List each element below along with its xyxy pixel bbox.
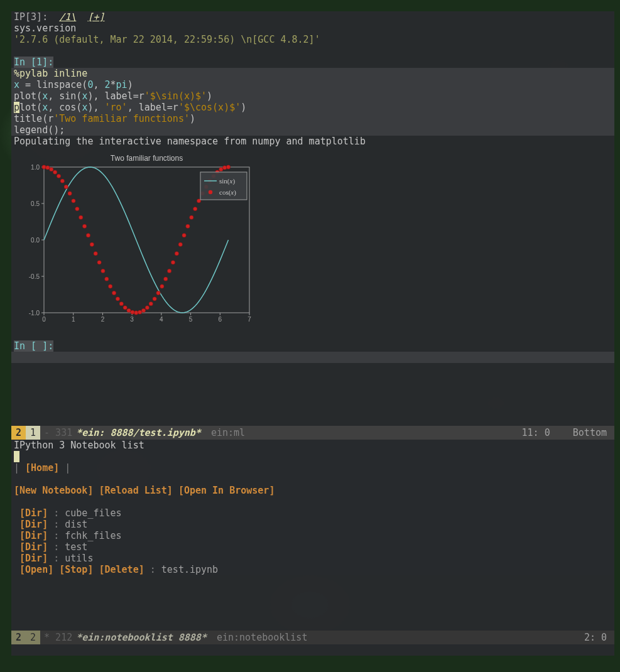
svg-point-67 — [182, 234, 186, 237]
reload-list-button[interactable]: [Reload List] — [99, 485, 172, 496]
buffer-name: *ein:notebooklist 8888* — [76, 631, 207, 644]
svg-text:1.0: 1.0 — [31, 164, 40, 171]
svg-point-31 — [50, 167, 53, 171]
text-cursor: p — [14, 102, 19, 113]
window-badge[interactable]: 2 — [26, 631, 40, 644]
window-badge[interactable]: 1 — [26, 426, 40, 440]
svg-point-59 — [153, 297, 156, 301]
scroll-pos: Bottom — [573, 427, 607, 438]
dir-name: dist — [65, 519, 87, 530]
nb-item-name: test.ipynb — [161, 564, 218, 575]
output-line: Populating the interactive namespace fro… — [14, 136, 612, 147]
dir-button[interactable]: [Dir] — [19, 519, 48, 530]
svg-point-60 — [156, 291, 160, 295]
kernel-label: IP[3]: — [14, 11, 48, 23]
svg-point-51 — [123, 306, 127, 310]
output-line: sys.version — [14, 23, 612, 34]
modeline-top: 21 - 331 *ein: 8888/test.ipynb* ein:ml 1… — [11, 426, 614, 440]
svg-point-36 — [68, 192, 72, 195]
dir-button[interactable]: [Dir] — [19, 530, 48, 541]
svg-point-62 — [164, 277, 168, 281]
svg-text:-0.5: -0.5 — [29, 273, 40, 280]
cell1-output-figure: Two familiar functions01234567-1.0-0.50.… — [11, 147, 614, 329]
code-line: %pylab inline — [14, 68, 87, 79]
buffer-name: *ein: 8888/test.ipynb* — [76, 426, 201, 440]
cell1-code[interactable]: %pylab inline x = linspace(0, 2*pi) plot… — [11, 68, 614, 136]
new-notebook-button[interactable]: [New Notebook] — [14, 485, 93, 496]
svg-point-55 — [138, 310, 141, 314]
svg-point-45 — [101, 269, 105, 273]
minibuffer[interactable] — [11, 644, 614, 656]
notebooklist: IPython 3 Notebook list | [Home] | [New … — [11, 440, 614, 575]
svg-point-41 — [86, 234, 90, 237]
line-col: 11: 0 — [522, 427, 550, 438]
svg-point-32 — [53, 170, 57, 174]
svg-point-78 — [222, 166, 226, 170]
svg-point-64 — [171, 261, 175, 264]
svg-point-35 — [64, 185, 68, 188]
svg-point-29 — [42, 165, 46, 169]
svg-point-33 — [57, 174, 60, 178]
dir-name: cube_files — [65, 507, 121, 519]
svg-text:2: 2 — [101, 316, 105, 323]
dir-name: test — [65, 541, 87, 553]
svg-text:sin(x): sin(x) — [219, 177, 235, 185]
delete-nb-button[interactable]: [Delete] — [99, 564, 144, 575]
svg-point-39 — [79, 215, 83, 219]
cell2-code[interactable] — [11, 352, 614, 363]
nblist-title: IPython 3 Notebook list — [14, 440, 612, 451]
svg-point-52 — [127, 308, 131, 312]
svg-point-42 — [90, 242, 94, 246]
modeline-bottom: 22 * 212 *ein:notebooklist 8888* ein:not… — [11, 631, 614, 644]
cell1-prompt: In [1]: — [14, 57, 53, 68]
svg-text:cos(x): cos(x) — [219, 188, 236, 197]
home-button[interactable]: [Home] — [25, 462, 59, 474]
svg-point-47 — [108, 285, 112, 288]
svg-point-30 — [46, 166, 50, 170]
svg-point-70 — [193, 207, 197, 210]
svg-point-66 — [178, 242, 182, 246]
svg-text:-1.0: -1.0 — [29, 310, 40, 317]
svg-text:0.5: 0.5 — [31, 200, 40, 207]
svg-point-53 — [131, 310, 134, 314]
header-line: IP[3]: /1\ [+] — [11, 11, 614, 23]
line-col: 2: 0 — [584, 631, 614, 644]
dir-button[interactable]: [Dir] — [19, 541, 48, 553]
workspace-badge[interactable]: 2 — [11, 426, 26, 440]
svg-text:1: 1 — [72, 316, 75, 323]
svg-point-68 — [186, 224, 190, 228]
svg-text:0.0: 0.0 — [31, 237, 40, 244]
major-mode: ein:notebooklist — [207, 631, 308, 644]
svg-point-58 — [149, 301, 153, 305]
empty-space — [11, 363, 614, 426]
svg-point-50 — [119, 301, 123, 305]
svg-point-77 — [219, 167, 223, 171]
svg-text:3: 3 — [130, 316, 134, 323]
workspace-badge[interactable]: 2 — [11, 631, 26, 644]
text-cursor — [14, 451, 19, 462]
output-line: '2.7.6 (default, Mar 22 2014, 22:59:56) … — [14, 34, 612, 45]
svg-point-49 — [116, 297, 119, 301]
cell2-prompt: In [ ]: — [14, 340, 53, 352]
dir-button[interactable]: [Dir] — [19, 507, 48, 519]
open-nb-button[interactable]: [Open] — [19, 564, 53, 575]
worksheet-tab[interactable]: /1\ — [59, 11, 76, 23]
svg-point-65 — [175, 252, 178, 256]
stop-nb-button[interactable]: [Stop] — [59, 564, 93, 575]
svg-point-34 — [60, 179, 64, 183]
svg-point-46 — [105, 277, 109, 281]
open-in-browser-button[interactable]: [Open In Browser] — [178, 485, 275, 496]
svg-point-43 — [94, 252, 97, 256]
svg-text:Two familiar functions: Two familiar functions — [111, 154, 183, 163]
dir-button[interactable]: [Dir] — [19, 553, 48, 564]
svg-point-61 — [160, 285, 164, 288]
svg-text:4: 4 — [160, 316, 163, 323]
add-tab[interactable]: [+] — [87, 11, 104, 23]
svg-point-63 — [167, 269, 171, 273]
code-line: legend(); — [14, 124, 65, 136]
svg-point-69 — [190, 215, 193, 219]
modeline-flags: - 331 — [40, 426, 76, 440]
svg-text:6: 6 — [219, 316, 222, 323]
svg-text:5: 5 — [189, 316, 193, 323]
empty-space — [11, 575, 614, 631]
